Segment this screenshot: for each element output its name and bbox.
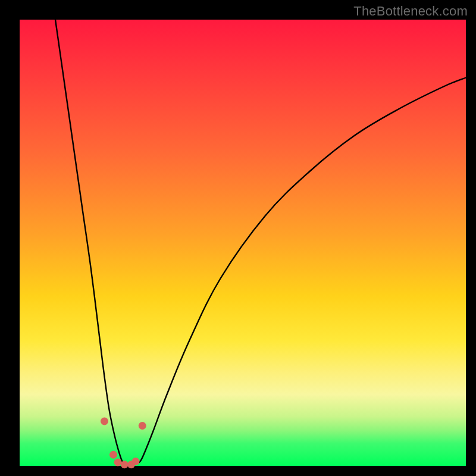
highlight-dot: [139, 422, 146, 430]
highlight-dot: [101, 418, 108, 425]
plot-area: [20, 20, 466, 466]
highlight-dot: [114, 459, 122, 466]
chart-svg: [20, 20, 466, 466]
highlight-dots: [101, 418, 146, 469]
outer-frame: TheBottleneck.com: [0, 0, 476, 476]
watermark-text: TheBottleneck.com: [353, 4, 468, 19]
highlight-dot: [132, 458, 140, 465]
highlight-dot: [109, 451, 117, 459]
highlight-dot: [121, 461, 129, 468]
bottleneck-curve: [55, 20, 466, 466]
